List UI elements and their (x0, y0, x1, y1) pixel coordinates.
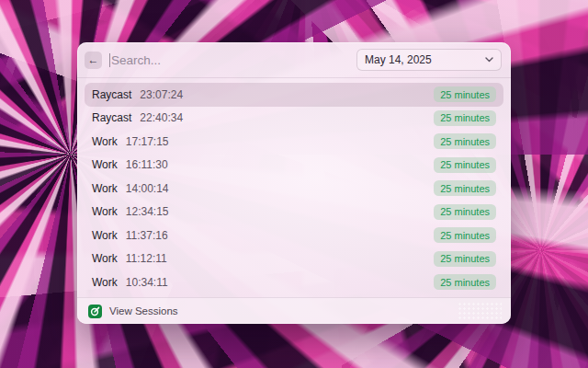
session-row[interactable]: Work 11:37:16 25 minutes (85, 224, 503, 247)
session-time: 11:12:11 (126, 252, 167, 265)
session-row[interactable]: Work 12:34:15 25 minutes (85, 201, 503, 224)
session-row[interactable]: Work 16:11:30 25 minutes (85, 154, 503, 178)
session-row[interactable]: Raycast 22:40:34 25 minutes (85, 107, 503, 131)
session-duration-badge: 25 minutes (434, 180, 496, 196)
session-row[interactable]: Work 11:12:11 25 minutes (85, 247, 503, 271)
dotted-texture (458, 302, 502, 320)
arrow-left-icon: ← (88, 54, 99, 65)
session-duration-badge: 25 minutes (434, 204, 496, 220)
session-duration-badge: 25 minutes (434, 274, 496, 290)
session-name: Work (92, 205, 118, 218)
session-time: 11:37:16 (126, 229, 168, 242)
session-name: Work (92, 135, 118, 148)
session-time: 22:40:34 (140, 111, 183, 124)
session-name: Work (92, 229, 118, 242)
session-time: 10:34:11 (126, 276, 168, 289)
session-duration-badge: 25 minutes (434, 86, 496, 102)
date-filter-value: May 14, 2025 (365, 53, 432, 66)
session-name: Work (92, 158, 118, 171)
session-time: 14:00:14 (126, 182, 169, 195)
timer-app-icon (88, 305, 102, 318)
session-list: Raycast 23:07:24 25 minutes Raycast 22:4… (77, 78, 511, 294)
view-sessions-action[interactable]: View Sessions (109, 305, 178, 316)
chevron-down-icon (485, 57, 493, 63)
session-duration-badge: 25 minutes (434, 133, 496, 149)
session-name: Raycast (92, 111, 131, 124)
session-tracker-window: ← May 14, 2025 Raycast 23:07:24 25 minut… (77, 42, 511, 324)
session-time: 12:34:15 (126, 205, 169, 218)
session-name: Work (92, 182, 118, 195)
session-duration-badge: 25 minutes (434, 157, 496, 173)
search-input[interactable] (110, 53, 356, 67)
session-duration-badge: 25 minutes (434, 251, 496, 267)
session-row[interactable]: Work 14:00:14 25 minutes (85, 177, 503, 201)
date-filter-dropdown[interactable]: May 14, 2025 (356, 49, 502, 71)
session-duration-badge: 25 minutes (434, 110, 496, 126)
session-duration-badge: 25 minutes (434, 227, 496, 243)
session-row[interactable]: Work 10:34:11 25 minutes (85, 270, 503, 294)
session-time: 17:17:15 (126, 135, 169, 148)
session-row[interactable]: Raycast 23:07:24 25 minutes (85, 83, 503, 107)
session-name: Raycast (92, 88, 131, 101)
back-button[interactable]: ← (85, 52, 102, 69)
session-time: 16:11:30 (126, 158, 168, 171)
session-name: Work (92, 276, 118, 289)
session-time: 23:07:24 (140, 88, 183, 101)
session-row[interactable]: Work 17:17:15 25 minutes (85, 130, 503, 154)
footer-bar: View Sessions (77, 297, 511, 324)
session-name: Work (92, 252, 118, 265)
header-bar: ← May 14, 2025 (77, 42, 511, 78)
